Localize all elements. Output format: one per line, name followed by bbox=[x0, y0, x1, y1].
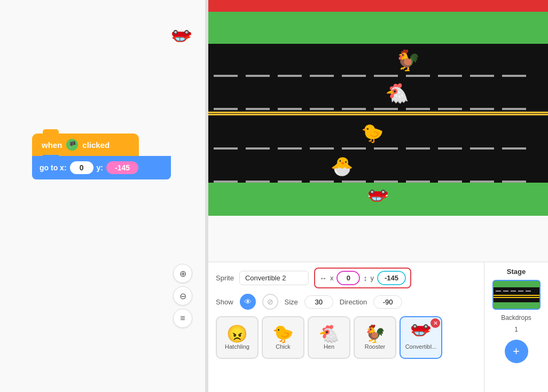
hatchling-emoji: 😠 bbox=[226, 325, 248, 342]
y-label: y: bbox=[97, 163, 103, 172]
x-value-pill[interactable]: 0 bbox=[70, 161, 93, 174]
stage-yellow-2 bbox=[494, 297, 539, 298]
right-section: 🐓 🐔 bbox=[208, 0, 548, 392]
rooster-emoji: 🐓 bbox=[364, 325, 386, 342]
when-label: when bbox=[42, 140, 62, 150]
sprite-info-panel: Sprite ↔ x 0 ↕ y -145 Show 👁 ⊘ Size bbox=[208, 262, 484, 392]
show-hidden-button[interactable]: ⊘ bbox=[262, 294, 278, 310]
stage-dashes bbox=[494, 291, 539, 292]
left-panel: 🚗 when 🏴 clicked go to x: 0 y: -145 ⊕ ⊖ … bbox=[0, 0, 208, 392]
lane-2-dashes bbox=[208, 107, 548, 110]
direction-label: Direction bbox=[340, 298, 367, 306]
sprite-info-row-1: Sprite ↔ x 0 ↕ y -145 bbox=[216, 268, 476, 288]
hatchling-sprite: 🐣 bbox=[331, 155, 353, 177]
y-value-pill[interactable]: -145 bbox=[106, 161, 138, 174]
bottom-section: Sprite ↔ x 0 ↕ y -145 Show 👁 ⊘ Size bbox=[208, 262, 548, 392]
chick-emoji: 🐤 bbox=[272, 325, 294, 342]
stage-title: Stage bbox=[507, 268, 526, 276]
chick-sprite: 🐤 bbox=[361, 122, 383, 144]
chick-label: Chick bbox=[276, 343, 291, 350]
y-coord-value[interactable]: -145 bbox=[377, 271, 406, 285]
x-coord-label: x bbox=[330, 274, 334, 282]
road-section: 🐓 🐔 bbox=[208, 44, 548, 183]
y-coord-label: y bbox=[370, 274, 374, 282]
sprite-card-rooster[interactable]: 🐓 Rooster bbox=[354, 316, 396, 359]
lane-2: 🐔 bbox=[208, 77, 548, 110]
size-input[interactable] bbox=[304, 295, 333, 309]
size-label: Size bbox=[285, 298, 298, 306]
stage-yellow-1 bbox=[494, 295, 539, 296]
canvas-green-bottom: 🚗 bbox=[208, 183, 548, 216]
rooster-label: Rooster bbox=[365, 343, 386, 350]
flag-icon: 🏴 bbox=[66, 139, 78, 151]
sprite-card-convertible[interactable]: ✕ 🚗 Convertibl... bbox=[400, 316, 442, 359]
zoom-controls: ⊕ ⊖ ≡ bbox=[173, 264, 192, 328]
backdrops-label: Backdrops bbox=[501, 314, 531, 322]
show-visible-button[interactable]: 👁 bbox=[240, 294, 256, 310]
yellow-divider bbox=[208, 110, 548, 116]
x-coord-value[interactable]: 0 bbox=[336, 271, 360, 285]
sprite-card-chick[interactable]: 🐤 Chick bbox=[262, 316, 304, 359]
sprite-label: Sprite bbox=[216, 274, 234, 282]
menu-button[interactable]: ≡ bbox=[173, 309, 192, 328]
coord-group: ↔ x 0 ↕ y -145 bbox=[314, 268, 411, 288]
lane-3: 🐤 bbox=[208, 116, 548, 150]
hatchling-label: Hatchling bbox=[225, 343, 249, 350]
hen-emoji: 🐔 bbox=[318, 325, 340, 342]
hen-label: Hen bbox=[324, 343, 334, 350]
rooster-sprite: 🐓 bbox=[395, 49, 420, 72]
sprite-preview: 🚗 bbox=[171, 29, 192, 50]
stage-green-bottom bbox=[494, 302, 539, 309]
convertible-label: Convertibl... bbox=[405, 343, 437, 350]
clicked-label: clicked bbox=[82, 140, 109, 150]
y-arrows-icon: ↕ bbox=[363, 274, 367, 283]
zoom-out-button[interactable]: ⊖ bbox=[173, 286, 192, 305]
add-sprite-button[interactable]: + bbox=[505, 340, 528, 363]
when-clicked-block[interactable]: when 🏴 clicked bbox=[32, 134, 139, 156]
show-label: Show bbox=[216, 298, 233, 306]
canvas-green-top bbox=[208, 12, 548, 44]
zoom-in-button[interactable]: ⊕ bbox=[173, 264, 192, 283]
stage-thumb-inner bbox=[494, 281, 539, 309]
convertible-emoji: 🚗 bbox=[410, 325, 432, 342]
sprite-card-hatchling[interactable]: 😠 Hatchling bbox=[216, 316, 259, 359]
lane-4: 🐣 bbox=[208, 150, 548, 183]
game-canvas: 🐓 🐔 bbox=[208, 0, 548, 262]
blocks-area: when 🏴 clicked go to x: 0 y: -145 bbox=[32, 134, 171, 179]
backdrops-count: 1 bbox=[514, 326, 518, 333]
sprite-info-row-2: Show 👁 ⊘ Size Direction bbox=[216, 294, 476, 310]
hen-sprite: 🐔 bbox=[385, 82, 409, 105]
sprite-list: 😠 Hatchling 🐤 Chick 🐔 Hen 🐓 Rooster bbox=[216, 316, 476, 359]
stage-panel: Stage Backdrops 1 bbox=[484, 262, 548, 392]
x-arrows-icon: ↔ bbox=[319, 274, 327, 283]
lane-1: 🐓 bbox=[208, 44, 548, 77]
sprite-name-input[interactable] bbox=[239, 271, 309, 285]
sprite-card-hen[interactable]: 🐔 Hen bbox=[308, 316, 350, 359]
stage-thumbnail[interactable] bbox=[492, 280, 541, 310]
car-sprite-canvas: 🚗 bbox=[367, 189, 389, 209]
direction-input[interactable] bbox=[373, 295, 402, 309]
stage-green-top bbox=[494, 281, 539, 287]
goto-label: go to x: bbox=[40, 163, 67, 172]
canvas-top-bar bbox=[208, 0, 548, 12]
delete-sprite-button[interactable]: ✕ bbox=[430, 318, 440, 328]
